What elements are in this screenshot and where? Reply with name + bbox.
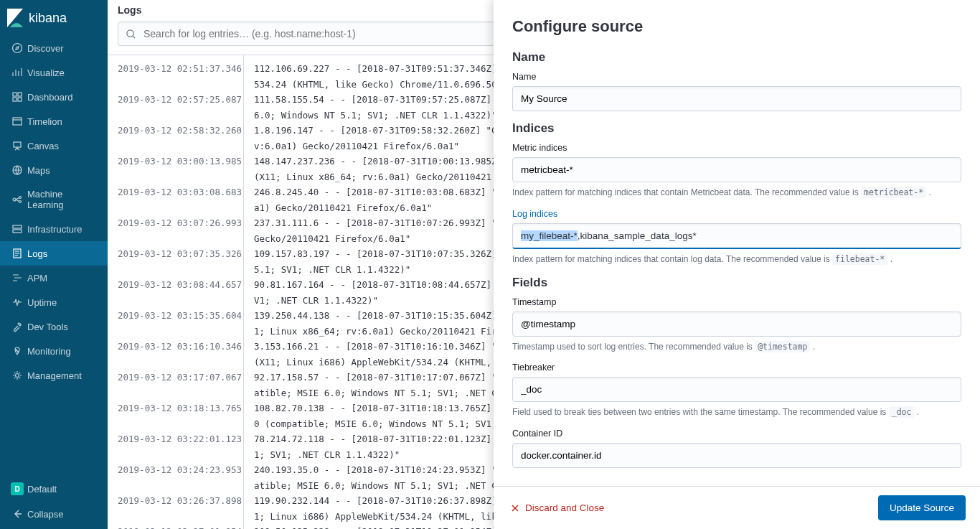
metric-indices-label: Metric indices xyxy=(512,143,961,153)
nav-label: Timelion xyxy=(27,116,100,127)
svg-rect-11 xyxy=(13,225,22,228)
container-id-input[interactable] xyxy=(512,443,961,468)
log-timestamp: 2019-03-12 03:22:01.123 xyxy=(108,431,243,447)
log-timestamp xyxy=(108,77,243,93)
section-indices: Indices xyxy=(512,121,961,136)
nav-dashboard[interactable]: Dashboard xyxy=(0,85,108,109)
space-badge: D xyxy=(7,482,27,495)
update-source-button[interactable]: Update Source xyxy=(878,495,966,520)
kibana-logo-icon xyxy=(7,9,23,27)
section-fields: Fields xyxy=(512,276,961,290)
tiebreaker-input[interactable] xyxy=(512,377,961,402)
nav-maps[interactable]: Maps xyxy=(0,158,108,182)
nav-logs[interactable]: Logs xyxy=(0,241,108,266)
log-timestamp xyxy=(108,200,243,216)
nav: Discover Visualize Dashboard Timelion Ca… xyxy=(0,36,108,476)
space-selector[interactable]: D Default xyxy=(0,476,108,502)
collapse-label: Collapse xyxy=(27,509,100,520)
nav-label: APM xyxy=(27,273,100,284)
log-timestamp xyxy=(108,139,243,154)
log-timestamp: 2019-03-12 02:58:32.260 xyxy=(108,123,243,139)
nav-uptime[interactable]: Uptime xyxy=(0,290,108,314)
name-input[interactable] xyxy=(512,86,961,111)
brand-logo[interactable]: kibana xyxy=(0,0,108,36)
nav-apm[interactable]: APM xyxy=(0,266,108,290)
globe-icon xyxy=(7,164,27,176)
nav-label: Monitoring xyxy=(27,346,100,357)
nav-monitoring[interactable]: Monitoring xyxy=(0,339,108,363)
nav-timelion[interactable]: Timelion xyxy=(0,109,108,134)
apm-icon xyxy=(7,272,27,284)
easel-icon xyxy=(7,140,27,151)
log-indices-help: Index pattern for matching indices that … xyxy=(512,253,961,266)
svg-rect-1 xyxy=(13,93,17,96)
log-timestamp: 2019-03-12 03:07:35.326 xyxy=(108,246,243,262)
compass-icon xyxy=(7,42,27,54)
tiebreaker-label: Tiebreaker xyxy=(512,362,961,373)
log-timestamp: 2019-03-12 02:51:37.346 xyxy=(108,61,243,77)
nav-label: Dev Tools xyxy=(27,322,100,332)
nav-label: Uptime xyxy=(27,297,100,308)
arrow-left-icon xyxy=(7,508,27,520)
collapse-button[interactable]: Collapse xyxy=(0,502,108,526)
nav-infrastructure[interactable]: Infrastructure xyxy=(0,217,108,241)
svg-rect-12 xyxy=(13,230,22,233)
log-timestamp: 2019-03-12 03:08:44.657 xyxy=(108,277,243,293)
configure-source-flyout: Configure source Name Name Indices Metri… xyxy=(494,0,980,529)
svg-rect-5 xyxy=(13,118,22,125)
log-timestamp: 2019-03-12 02:57:25.087 xyxy=(108,92,243,108)
space-label: Default xyxy=(27,484,100,495)
log-timestamp xyxy=(108,169,243,185)
log-timestamp xyxy=(108,293,243,309)
timeline-icon xyxy=(7,116,27,127)
container-id-label: Container ID xyxy=(512,429,961,439)
close-icon xyxy=(511,504,519,512)
timestamp-column: 2019-03-12 02:51:37.346 2019-03-12 02:57… xyxy=(108,55,244,529)
ml-icon xyxy=(7,194,27,205)
nav-devtools[interactable]: Dev Tools xyxy=(0,314,108,339)
wrench-icon xyxy=(7,321,27,332)
nav-label: Management xyxy=(27,370,100,381)
pulse-icon xyxy=(7,345,27,357)
search-icon xyxy=(126,29,136,39)
log-timestamp: 2019-03-12 03:27:01.954 xyxy=(108,524,243,529)
log-timestamp xyxy=(108,385,243,401)
log-timestamp: 2019-03-12 03:26:37.898 xyxy=(108,493,243,509)
nav-management[interactable]: Management xyxy=(0,363,108,388)
bar-chart-icon xyxy=(7,67,27,78)
log-indices-input[interactable]: my_filebeat-*,kibana_sample_data_logs* xyxy=(512,223,961,249)
flyout-title: Configure source xyxy=(512,17,961,36)
nav-label: Infrastructure xyxy=(27,224,100,235)
nav-canvas[interactable]: Canvas xyxy=(0,134,108,158)
heartbeat-icon xyxy=(7,296,27,308)
log-timestamp: 2019-03-12 03:00:13.985 xyxy=(108,154,243,169)
nav-label: Logs xyxy=(27,248,100,259)
log-timestamp xyxy=(108,509,243,525)
flyout-footer: Discard and Close Update Source xyxy=(494,486,980,529)
svg-rect-6 xyxy=(14,142,21,147)
metric-indices-input[interactable] xyxy=(512,157,961,182)
nav-discover[interactable]: Discover xyxy=(0,36,108,60)
nav-ml[interactable]: Machine Learning xyxy=(0,182,108,217)
nav-label: Maps xyxy=(27,165,100,176)
svg-point-15 xyxy=(127,29,133,36)
metric-indices-help: Index pattern for matching indices that … xyxy=(512,187,961,199)
log-timestamp: 2019-03-12 03:15:35.604 xyxy=(108,308,243,324)
nav-label: Machine Learning xyxy=(27,189,100,210)
timestamp-input[interactable] xyxy=(512,312,961,337)
timestamp-help: Timestamp used to sort log entries. The … xyxy=(512,341,961,353)
brand-text: kibana xyxy=(29,11,67,26)
svg-point-14 xyxy=(16,374,19,378)
discard-close-button[interactable]: Discard and Close xyxy=(508,498,607,518)
nav-visualize[interactable]: Visualize xyxy=(0,60,108,85)
log-timestamp: 2019-03-12 03:17:07.067 xyxy=(108,370,243,385)
log-timestamp xyxy=(108,262,243,278)
nav-label: Visualize xyxy=(27,67,100,78)
log-timestamp: 2019-03-12 03:03:08.683 xyxy=(108,184,243,200)
nav-label: Discover xyxy=(27,43,100,54)
svg-point-8 xyxy=(13,198,16,201)
svg-point-10 xyxy=(19,201,22,203)
section-name: Name xyxy=(512,50,961,65)
log-timestamp xyxy=(108,108,243,123)
svg-point-9 xyxy=(19,197,22,199)
